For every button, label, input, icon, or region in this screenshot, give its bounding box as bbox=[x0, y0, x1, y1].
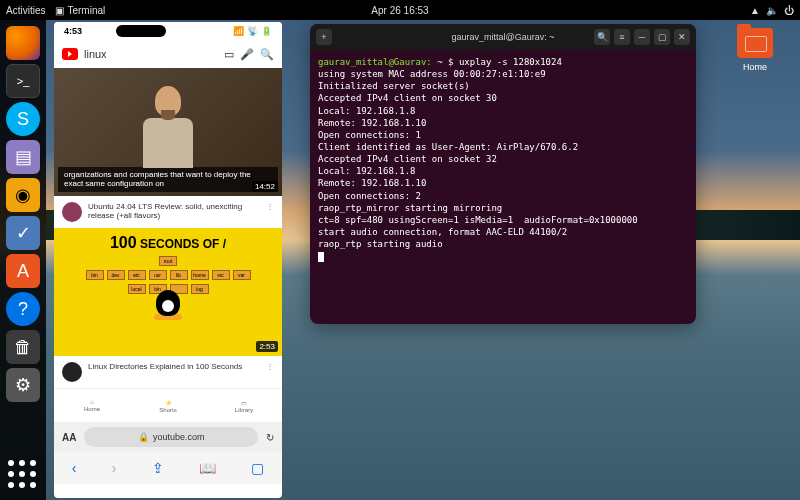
tabs-icon[interactable]: ▢ bbox=[251, 460, 264, 476]
dock-settings[interactable]: ⚙ bbox=[6, 368, 40, 402]
close-button[interactable]: ✕ bbox=[674, 29, 690, 45]
dock-software[interactable]: A bbox=[6, 254, 40, 288]
video-title: Ubuntu 24.04 LTS Review: solid, unexciti… bbox=[88, 202, 260, 220]
minimize-button[interactable]: ─ bbox=[634, 29, 650, 45]
share-icon[interactable]: ⇪ bbox=[152, 460, 164, 476]
tab-library[interactable]: ▭Library bbox=[206, 389, 282, 422]
home-icon: ⌂ bbox=[90, 399, 94, 405]
search-button[interactable]: 🔍 bbox=[594, 29, 610, 45]
url-field[interactable]: 🔒 youtube.com bbox=[84, 427, 258, 447]
folder-icon bbox=[737, 28, 773, 58]
tab-shorts[interactable]: ⚡Shorts bbox=[130, 389, 206, 422]
terminal-cursor bbox=[318, 252, 324, 262]
airplay-phone-mirror: 4:53 📶 📡 🔋 linux ▭ 🎤 🔍 organizations and… bbox=[54, 22, 282, 498]
dock-help[interactable]: ? bbox=[6, 292, 40, 326]
signal-icon: 📶 bbox=[233, 26, 244, 36]
phone-status-bar: 4:53 📶 📡 🔋 bbox=[54, 22, 282, 40]
url-text: youtube.com bbox=[153, 432, 205, 442]
video-meta-1[interactable]: Ubuntu 24.04 LTS Review: solid, unexciti… bbox=[54, 196, 282, 228]
activities-button[interactable]: Activities bbox=[6, 5, 45, 16]
presenter-figure bbox=[138, 86, 198, 166]
dock: >_ S ▤ ◉ ✓ A ? 🗑 ⚙ bbox=[0, 20, 46, 500]
tab-home[interactable]: ⌂Home bbox=[54, 389, 130, 422]
phone-time: 4:53 bbox=[64, 26, 82, 36]
terminal-indicator-icon: ▣ bbox=[55, 5, 64, 16]
library-icon: ▭ bbox=[241, 399, 247, 406]
gnome-topbar: Activities ▣ Terminal Apr 26 16:53 ▲ 🔈 ⏻ bbox=[0, 0, 800, 20]
channel-avatar-2[interactable] bbox=[62, 362, 82, 382]
search-icon[interactable]: 🔍 bbox=[260, 48, 274, 61]
menu-button[interactable]: ≡ bbox=[614, 29, 630, 45]
video-title-2: Linux Directories Explained in 100 Secon… bbox=[88, 362, 260, 371]
app-menu-label: Terminal bbox=[67, 5, 105, 16]
video-duration-2: 2:53 bbox=[256, 341, 278, 352]
desktop-home-label: Home bbox=[730, 62, 780, 72]
directory-tree-graphic: root bindevetcusrlibhomesrcvar localbinl… bbox=[54, 256, 282, 326]
wifi-icon: 📡 bbox=[247, 26, 258, 36]
lock-icon: 🔒 bbox=[138, 432, 149, 442]
maximize-button[interactable]: ▢ bbox=[654, 29, 670, 45]
terminal-window[interactable]: + gaurav_mittal@Gaurav: ~ 🔍 ≡ ─ ▢ ✕ gaur… bbox=[310, 24, 696, 324]
video-meta-2[interactable]: Linux Directories Explained in 100 Secon… bbox=[54, 356, 282, 388]
terminal-titlebar[interactable]: + gaurav_mittal@Gaurav: ~ 🔍 ≡ ─ ▢ ✕ bbox=[310, 24, 696, 50]
volume-icon[interactable]: 🔈 bbox=[766, 5, 778, 16]
power-icon[interactable]: ⏻ bbox=[784, 5, 794, 16]
video-thumbnail-2[interactable]: 100 SECONDS OF / root bindevetcusrlibhom… bbox=[54, 228, 282, 356]
dock-skype[interactable]: S bbox=[6, 102, 40, 136]
dock-todo[interactable]: ✓ bbox=[6, 216, 40, 250]
text-size-button[interactable]: AA bbox=[62, 432, 76, 443]
video-thumbnail-1[interactable]: organizations and companies that want to… bbox=[54, 68, 282, 196]
video2-banner: 100 SECONDS OF / bbox=[54, 228, 282, 252]
channel-avatar[interactable] bbox=[62, 202, 82, 222]
dock-rhythmbox[interactable]: ◉ bbox=[6, 178, 40, 212]
safari-address-bar: AA 🔒 youtube.com ↻ bbox=[54, 422, 282, 452]
safari-toolbar: ‹ › ⇪ 📖 ▢ bbox=[54, 452, 282, 484]
show-applications-button[interactable] bbox=[8, 460, 38, 490]
dock-firefox[interactable] bbox=[6, 26, 40, 60]
dock-terminal[interactable]: >_ bbox=[6, 64, 40, 98]
reload-icon[interactable]: ↻ bbox=[266, 432, 274, 443]
dock-trash[interactable]: 🗑 bbox=[6, 330, 40, 364]
youtube-logo-icon[interactable] bbox=[62, 48, 78, 60]
clock[interactable]: Apr 26 16:53 bbox=[371, 5, 428, 16]
video-duration: 14:52 bbox=[252, 181, 278, 192]
dock-files[interactable]: ▤ bbox=[6, 140, 40, 174]
youtube-header: linux ▭ 🎤 🔍 bbox=[54, 40, 282, 68]
youtube-search-query[interactable]: linux bbox=[84, 48, 107, 60]
app-menu[interactable]: ▣ Terminal bbox=[55, 5, 105, 16]
video-caption: organizations and companies that want to… bbox=[58, 167, 278, 192]
tux-icon bbox=[153, 290, 183, 324]
new-tab-button[interactable]: + bbox=[316, 29, 332, 45]
terminal-title: gaurav_mittal@Gaurav: ~ bbox=[452, 32, 555, 42]
terminal-output[interactable]: gaurav_mittal@Gaurav: ~ $ uxplay -s 1280… bbox=[310, 50, 696, 268]
forward-icon[interactable]: › bbox=[112, 460, 117, 476]
network-icon[interactable]: ▲ bbox=[750, 5, 760, 16]
more-icon[interactable]: ⋮ bbox=[266, 202, 274, 211]
more-icon-2[interactable]: ⋮ bbox=[266, 362, 274, 371]
youtube-bottom-nav: ⌂Home ⚡Shorts ▭Library bbox=[54, 388, 282, 422]
desktop-home-folder[interactable]: Home bbox=[730, 28, 780, 72]
shorts-icon: ⚡ bbox=[165, 399, 172, 406]
mic-icon[interactable]: 🎤 bbox=[240, 48, 254, 61]
cast-icon[interactable]: ▭ bbox=[224, 48, 234, 61]
battery-icon: 🔋 bbox=[261, 26, 272, 36]
phone-notch bbox=[116, 25, 166, 37]
back-icon[interactable]: ‹ bbox=[72, 460, 77, 476]
bookmarks-icon[interactable]: 📖 bbox=[199, 460, 216, 476]
